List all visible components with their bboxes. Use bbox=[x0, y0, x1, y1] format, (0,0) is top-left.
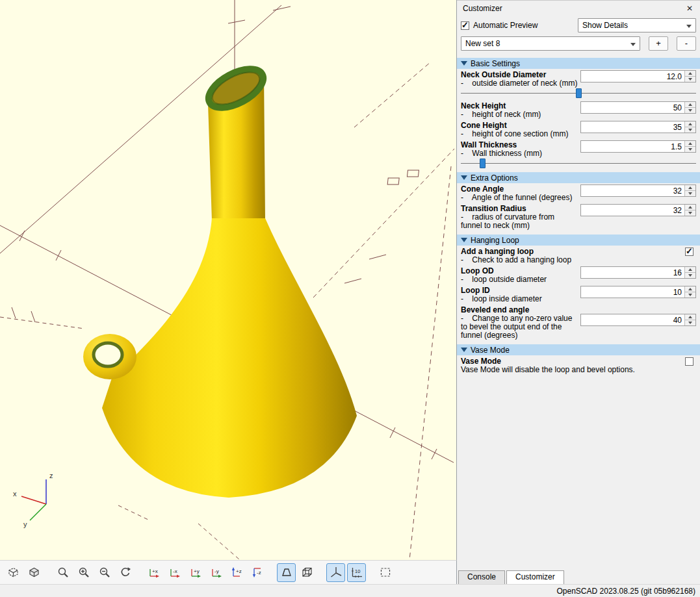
param-name: Wall Thickness bbox=[461, 140, 578, 149]
neck-height-input[interactable]: 50 bbox=[580, 101, 696, 114]
spin-up-icon[interactable] bbox=[684, 267, 695, 272]
param-name: Vase Mode bbox=[461, 357, 696, 366]
section-title: Basic Settings bbox=[471, 59, 520, 68]
tab-console[interactable]: Console bbox=[458, 570, 505, 584]
neck-outside-diameter-slider[interactable] bbox=[461, 88, 696, 98]
svg-text:-x: -x bbox=[173, 568, 177, 574]
spin-up-icon[interactable] bbox=[684, 286, 695, 292]
panel-tabs: Console Customizer bbox=[458, 570, 565, 584]
preset-select[interactable]: New set 8 bbox=[461, 36, 640, 51]
view-left-icon[interactable]: -x bbox=[165, 563, 184, 582]
cone-angle-input[interactable]: 32 bbox=[580, 184, 696, 197]
spin-up-icon[interactable] bbox=[684, 314, 695, 320]
beveled-end-angle-input[interactable]: 40 bbox=[580, 314, 696, 326]
param-desc: - Change to any no-zero value to bevel t… bbox=[461, 314, 578, 340]
preset-value: New set 8 bbox=[465, 39, 500, 48]
param-desc: - loop inside diameter bbox=[461, 295, 578, 303]
add-preset-button[interactable]: + bbox=[649, 36, 668, 51]
param-loop-od: Loop OD - loop outside diameter 16 bbox=[457, 265, 700, 285]
spin-down-icon[interactable] bbox=[684, 210, 695, 216]
zoom-out-icon[interactable] bbox=[95, 563, 114, 582]
remove-preset-button[interactable]: - bbox=[677, 36, 696, 51]
spin-up-icon[interactable] bbox=[684, 102, 695, 107]
spin-down-icon[interactable] bbox=[684, 107, 695, 113]
section-header-extra-options[interactable]: Extra Options bbox=[457, 172, 700, 183]
spin-up-icon[interactable] bbox=[684, 71, 695, 76]
spin-down-icon[interactable] bbox=[684, 272, 695, 278]
param-cone-height: Cone Height - height of cone section (mm… bbox=[457, 120, 700, 139]
tab-customizer[interactable]: Customizer bbox=[506, 570, 564, 584]
spin-down-icon[interactable] bbox=[684, 146, 695, 152]
view-bottom-icon[interactable]: -z bbox=[248, 563, 267, 582]
zoom-in-icon[interactable] bbox=[74, 563, 93, 582]
perspective-view-icon[interactable] bbox=[277, 563, 296, 582]
view-top-icon[interactable]: +z bbox=[227, 563, 246, 582]
spin-down-icon[interactable] bbox=[684, 292, 695, 298]
spin-up-icon[interactable] bbox=[684, 185, 695, 190]
cone-height-input[interactable]: 35 bbox=[580, 121, 696, 133]
slider-handle[interactable] bbox=[480, 159, 486, 168]
vase-mode-checkbox[interactable] bbox=[685, 357, 694, 366]
view-toolbar: +x -x +y -y +z -z 10 bbox=[0, 560, 457, 584]
svg-text:-y: -y bbox=[214, 568, 219, 574]
param-desc: - Angle of the funnel (degrees) bbox=[461, 194, 578, 202]
param-desc: - outside diameter of neck (mm) bbox=[461, 79, 578, 88]
param-desc: - Check to add a hanging loop bbox=[461, 256, 578, 264]
spin-up-icon[interactable] bbox=[684, 141, 695, 146]
svg-text:+z: +z bbox=[236, 568, 242, 574]
section-header-hanging-loop[interactable]: Hanging Loop bbox=[457, 235, 700, 246]
wall-thickness-slider[interactable] bbox=[461, 159, 696, 168]
show-details-select[interactable]: Show Details bbox=[578, 18, 696, 32]
section-title: Vase Mode bbox=[471, 346, 510, 355]
show-axes-icon[interactable] bbox=[326, 563, 345, 582]
add-hanging-loop-checkbox[interactable] bbox=[685, 248, 694, 256]
param-beveled-end-angle: Beveled end angle - Change to any no-zer… bbox=[457, 304, 700, 340]
measure-icon[interactable] bbox=[376, 563, 395, 582]
transition-radius-input[interactable]: 32 bbox=[580, 204, 696, 216]
zoom-all-icon[interactable] bbox=[53, 563, 72, 582]
param-cone-angle: Cone Angle - Angle of the funnel (degree… bbox=[457, 183, 700, 203]
wall-thickness-input[interactable]: 1.5 bbox=[580, 140, 696, 153]
close-icon[interactable]: ✕ bbox=[685, 4, 694, 13]
view-back-icon[interactable]: -y bbox=[207, 563, 226, 582]
3d-canvas[interactable]: x y z bbox=[0, 0, 457, 560]
axis-label-z: z bbox=[49, 472, 53, 479]
reset-view-icon[interactable] bbox=[116, 563, 135, 582]
loop-id-input[interactable]: 10 bbox=[580, 286, 696, 298]
param-name: Loop OD bbox=[461, 266, 578, 275]
axis-label-y: y bbox=[23, 520, 27, 528]
slider-handle[interactable] bbox=[576, 88, 582, 98]
preview-icon[interactable] bbox=[4, 563, 23, 582]
render-icon[interactable] bbox=[25, 563, 44, 582]
hanging-loop-hole bbox=[94, 343, 122, 366]
view-right-icon[interactable]: +x bbox=[144, 563, 163, 582]
param-name: Neck Height bbox=[461, 101, 578, 110]
view-front-icon[interactable]: +y bbox=[186, 563, 205, 582]
automatic-preview-checkbox[interactable] bbox=[461, 21, 469, 30]
neck-outside-diameter-input[interactable]: 12.0 bbox=[580, 70, 696, 83]
svg-text:+y: +y bbox=[194, 568, 200, 574]
collapse-triangle-icon bbox=[461, 175, 467, 180]
spin-down-icon[interactable] bbox=[684, 190, 695, 196]
section-header-basic-settings[interactable]: Basic Settings bbox=[457, 58, 700, 69]
svg-text:10: 10 bbox=[355, 568, 360, 574]
status-text: OpenSCAD 2023.08.25 (git 05b962168) bbox=[557, 587, 696, 596]
param-desc: Vase Mode will disable the loop and beve… bbox=[461, 366, 683, 374]
loop-od-input[interactable]: 16 bbox=[580, 266, 696, 279]
param-name: Loop ID bbox=[461, 286, 578, 295]
spin-down-icon[interactable] bbox=[684, 127, 695, 133]
param-name: Neck Outside Diameter bbox=[461, 70, 578, 79]
customizer-panel: Customizer ✕ Automatic Preview Show Deta… bbox=[457, 0, 700, 584]
spin-up-icon[interactable] bbox=[684, 121, 695, 127]
scale-markers-icon[interactable]: 10 bbox=[347, 563, 366, 582]
orthogonal-view-icon[interactable] bbox=[298, 563, 317, 582]
spin-down-icon[interactable] bbox=[684, 76, 695, 82]
3d-viewport[interactable]: x y z bbox=[0, 0, 457, 560]
show-details-value: Show Details bbox=[582, 21, 628, 30]
openscad-window: x y z +x -x bbox=[0, 0, 700, 597]
spin-down-icon[interactable] bbox=[684, 320, 695, 325]
section-header-vase-mode[interactable]: Vase Mode bbox=[457, 344, 700, 355]
spin-up-icon[interactable] bbox=[684, 205, 695, 210]
svg-text:+x: +x bbox=[152, 568, 158, 574]
panel-titlebar: Customizer ✕ bbox=[457, 1, 700, 16]
